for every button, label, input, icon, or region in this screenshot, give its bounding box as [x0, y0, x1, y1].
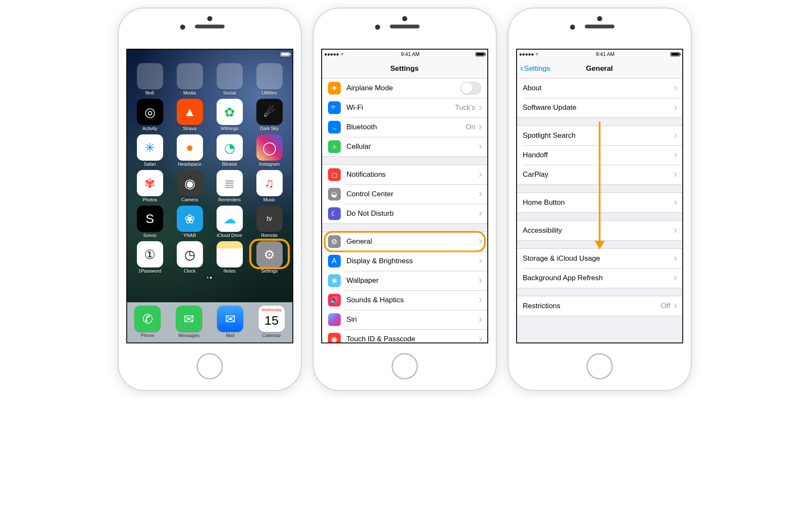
- app-dark-sky[interactable]: ☄Dark Sky: [252, 99, 287, 131]
- row-control-center[interactable]: ◒Control Center: [322, 184, 487, 204]
- battery-icon: [281, 52, 290, 56]
- app-strava[interactable]: ▲Strava: [172, 99, 208, 131]
- general-icon: ⚙: [328, 235, 341, 248]
- app-settings[interactable]: ⚙Settings: [252, 241, 287, 273]
- dock-app-mail[interactable]: ✉Mail: [217, 306, 243, 338]
- row-airplane-mode[interactable]: ✈Airplane Mode: [322, 78, 487, 98]
- app-ynab[interactable]: ❀YNAB: [172, 206, 208, 238]
- row-notifications[interactable]: ◻Notifications: [322, 165, 487, 184]
- row-label: About: [523, 84, 673, 92]
- app-label: YNAB: [183, 233, 196, 238]
- app-label: Media: [183, 90, 196, 95]
- nav-title: General: [586, 64, 613, 73]
- folder-social[interactable]: Social: [212, 63, 247, 95]
- app-label: Utilities: [262, 90, 277, 95]
- chevron-right-icon: [477, 144, 482, 149]
- row-bluetooth[interactable]: ⌵BluetoothOn: [322, 117, 487, 137]
- row-label: Sounds & Haptics: [347, 296, 478, 304]
- row-display-brightness[interactable]: ADisplay & Brightness: [322, 251, 487, 271]
- row-software-update[interactable]: Software Update: [517, 98, 682, 117]
- app-icon: ✉: [217, 306, 243, 332]
- chevron-right-icon: [477, 172, 482, 177]
- back-button[interactable]: ‹ Settings: [520, 63, 550, 74]
- row-restrictions[interactable]: RestrictionsOff: [517, 296, 682, 316]
- folder-utilities[interactable]: Utilities: [252, 63, 287, 95]
- row-wallpaper[interactable]: ❀Wallpaper: [322, 271, 487, 290]
- dock-app-messages[interactable]: ✉Messages: [176, 306, 202, 338]
- app-label: Messages: [178, 333, 200, 338]
- row-label: Touch ID & Passcode: [347, 335, 478, 343]
- row-sounds-haptics[interactable]: 🔊Sounds & Haptics: [322, 290, 487, 310]
- row-about[interactable]: About: [517, 78, 682, 98]
- app-icon: ◎: [137, 99, 163, 125]
- row-do-not-disturb[interactable]: ☾Do Not Disturb: [322, 204, 487, 223]
- folder-media[interactable]: Media: [172, 63, 208, 95]
- chevron-right-icon: [477, 278, 482, 283]
- app-label: 9to5: [145, 90, 154, 95]
- chevron-right-icon: [477, 211, 482, 216]
- app-notes[interactable]: Notes: [212, 241, 247, 273]
- row-value: On: [466, 123, 475, 131]
- row-touch-id-passcode[interactable]: ◉Touch ID & Passcode: [322, 329, 487, 343]
- earpiece: [585, 25, 614, 28]
- home-button[interactable]: [197, 353, 223, 379]
- app-icon: tv: [256, 206, 283, 232]
- app-remote[interactable]: tvRemote: [252, 206, 287, 238]
- app-icloud-drive[interactable]: ☁iCloud Drive: [212, 206, 247, 238]
- home-button[interactable]: [587, 353, 613, 379]
- app-instagram[interactable]: ◯Instagram: [252, 134, 287, 167]
- app-icon: ◔: [217, 134, 243, 161]
- app-icon: ☁: [217, 206, 243, 232]
- app-icon: ◯: [256, 134, 283, 161]
- app-headspace[interactable]: ●Headspace: [172, 134, 208, 167]
- app-clock[interactable]: ◷Clock: [172, 241, 208, 273]
- app-icon: ✿: [217, 99, 243, 125]
- app-blinkist[interactable]: ◔Blinkist: [212, 134, 247, 167]
- chevron-left-icon: ‹: [520, 63, 523, 74]
- row-cellular[interactable]: ⟐Cellular: [322, 137, 487, 156]
- airplane-mode-icon: ✈: [328, 82, 341, 95]
- signal-dots-icon: [325, 53, 339, 56]
- app-music[interactable]: ♫Music: [252, 170, 287, 202]
- row-wi-fi[interactable]: ᯤWi-FiTuck's: [322, 98, 487, 117]
- app-icon: ✳: [137, 134, 163, 161]
- sounds-haptics-icon: 🔊: [328, 294, 341, 306]
- app-label: Settings: [261, 268, 278, 273]
- app-safari[interactable]: ✳Safari: [132, 134, 168, 167]
- app-withings[interactable]: ✿Withings: [212, 99, 247, 131]
- folder-9to5[interactable]: 9to5: [132, 63, 168, 95]
- touch-id-passcode-icon: ◉: [328, 333, 341, 343]
- app-reminders[interactable]: ≣Reminders: [212, 170, 247, 202]
- chevron-right-icon: [477, 125, 482, 129]
- nav-title: Settings: [390, 64, 419, 73]
- row-label: Cellular: [347, 142, 478, 151]
- toggle-switch[interactable]: [460, 82, 481, 95]
- app-1password[interactable]: ①1Password: [132, 241, 168, 273]
- wifi-icon: ᯤ: [535, 51, 540, 57]
- app-sonos[interactable]: SSonos: [132, 206, 168, 238]
- row-storage-icloud-usage[interactable]: Storage & iCloud Usage: [517, 249, 682, 268]
- dock-app-calendar[interactable]: Wednesday15Calendar: [259, 306, 285, 338]
- chevron-right-icon: [672, 133, 677, 138]
- chevron-right-icon: [672, 153, 677, 157]
- row-background-app-refresh[interactable]: Background App Refresh: [517, 268, 682, 288]
- chevron-right-icon: [477, 105, 482, 110]
- display-brightness-icon: A: [328, 255, 341, 267]
- app-icon: ♫: [256, 170, 283, 196]
- app-photos[interactable]: ✾Photos: [132, 170, 168, 202]
- dock-app-phone[interactable]: ✆Phone: [134, 306, 161, 338]
- app-camera[interactable]: ◉Camera: [172, 170, 208, 202]
- home-button[interactable]: [392, 353, 418, 379]
- app-icon: ≣: [217, 170, 243, 196]
- folder-icon: [137, 63, 163, 89]
- status-bar: ᯤ 9:41 AM: [322, 50, 487, 59]
- app-label: Reminders: [218, 197, 241, 202]
- settings-list[interactable]: ✈Airplane ModeᯤWi-FiTuck's⌵BluetoothOn⟐C…: [322, 78, 487, 343]
- home-grid: 9to5MediaSocialUtilities◎Activity▲Strava…: [127, 59, 292, 273]
- row-siri[interactable]: Siri: [322, 310, 487, 329]
- row-general[interactable]: ⚙General: [322, 232, 487, 251]
- app-label: 1Password: [138, 268, 161, 273]
- page-indicator[interactable]: • ●: [127, 273, 292, 281]
- app-activity[interactable]: ◎Activity: [132, 99, 168, 131]
- settings-group: ⚙GeneralADisplay & Brightness❀Wallpaper🔊…: [322, 231, 487, 343]
